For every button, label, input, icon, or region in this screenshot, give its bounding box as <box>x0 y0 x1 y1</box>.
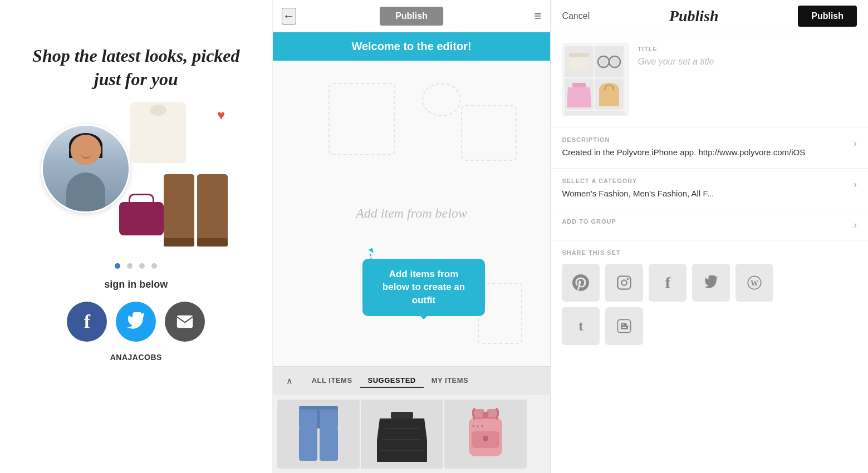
description-chevron-icon: › <box>854 137 857 149</box>
placeholder-shapes <box>273 72 551 366</box>
share-facebook-button[interactable]: f <box>649 264 686 302</box>
item-jeans[interactable] <box>277 400 360 469</box>
share-instagram-button[interactable] <box>605 264 643 302</box>
svg-marker-0 <box>368 248 374 253</box>
heart-icon: ♥ <box>217 107 225 123</box>
hamburger-menu-icon[interactable]: ≡ <box>534 9 542 23</box>
item-backpack[interactable]: ★ ★ ★ <box>444 400 527 469</box>
svg-point-34 <box>627 278 629 280</box>
jeans-icon <box>293 406 344 462</box>
middle-header: ← Publish ≡ <box>273 0 551 32</box>
twitter-share-icon <box>704 275 718 290</box>
twitter-signin-button[interactable] <box>116 302 156 342</box>
category-label: SELECT A CATEGORY <box>562 178 714 184</box>
svg-text:W: W <box>751 279 758 288</box>
group-section[interactable]: ADD TO GROUP › <box>551 209 868 240</box>
publish-title: Publish <box>590 7 798 25</box>
collapse-button[interactable]: ∧ <box>279 371 300 391</box>
thumb-skirt-icon <box>567 81 591 107</box>
svg-rect-20 <box>483 412 488 418</box>
title-section: TITLE Give your set a title <box>637 43 857 67</box>
thumb-item-1 <box>565 46 594 77</box>
back-button[interactable]: ← <box>282 8 296 24</box>
description-value: Created in the Polyvore iPhone app. http… <box>562 146 805 159</box>
dot-3[interactable] <box>139 263 145 269</box>
publish-action-button[interactable]: Publish <box>798 6 857 27</box>
thumb-sunglasses-icon <box>597 53 621 70</box>
items-toolbar: ∧ ALL ITEMS SUGGESTED MY ITEMS <box>273 366 551 395</box>
dot-1[interactable] <box>115 263 120 269</box>
dot-2[interactable] <box>127 263 133 269</box>
blogger-icon <box>616 318 632 334</box>
set-preview-section: TITLE Give your set a title <box>551 32 868 127</box>
tab-my-items[interactable]: MY ITEMS <box>424 374 477 388</box>
svg-rect-10 <box>391 412 413 418</box>
items-grid[interactable]: ★ ★ ★ <box>273 395 551 473</box>
welcome-text: Welcome to the editor! <box>351 40 471 52</box>
middle-panel: ← Publish ≡ Welcome to the editor! Add i… <box>273 0 551 473</box>
category-content: SELECT A CATEGORY Women's Fashion, Men's… <box>562 178 714 200</box>
svg-rect-23 <box>569 53 589 57</box>
thumb-item-3 <box>565 78 594 110</box>
thumb-sweater-icon <box>567 48 591 75</box>
facebook-signin-button[interactable]: f <box>67 302 107 342</box>
shape-accessory <box>422 83 461 116</box>
editor-canvas[interactable]: Add item from below Add items from below… <box>273 61 551 366</box>
skirt-icon <box>377 406 427 462</box>
left-panel: Shop the latest looks, picked just for y… <box>0 0 273 473</box>
tooltip-bubble: Add items from below to create an outfit <box>362 259 485 316</box>
shape-bag <box>461 105 517 161</box>
svg-rect-32 <box>618 276 631 289</box>
sign-in-label: sign in below <box>104 279 168 290</box>
title-label: TITLE <box>637 46 857 52</box>
facebook-icon: f <box>84 311 90 332</box>
facebook-share-icon: f <box>665 274 670 292</box>
sweater-item <box>130 102 186 163</box>
dot-4[interactable] <box>151 263 157 269</box>
boots-item <box>164 174 231 247</box>
instagram-icon <box>616 275 632 290</box>
svg-point-27 <box>600 58 607 66</box>
svg-text:★ ★ ★: ★ ★ ★ <box>472 424 484 428</box>
category-section[interactable]: SELECT A CATEGORY Women's Fashion, Men's… <box>551 169 868 210</box>
svg-point-19 <box>483 436 488 441</box>
share-blogger-button[interactable] <box>605 307 643 345</box>
thumb-item-4 <box>595 78 624 110</box>
email-signin-button[interactable] <box>165 302 205 342</box>
tab-all-items[interactable]: ALL ITEMS <box>304 374 360 388</box>
thumb-item-5 <box>565 111 625 116</box>
group-chevron-icon: › <box>854 219 857 231</box>
title-input[interactable]: Give your set a title <box>637 57 857 67</box>
item-skirt[interactable] <box>361 400 443 469</box>
publish-button-middle[interactable]: Publish <box>380 7 443 26</box>
tagline: Shop the latest looks, picked just for y… <box>0 45 272 91</box>
pagination-dots <box>115 263 157 269</box>
thumb-heels-icon <box>580 113 609 116</box>
twitter-bird-icon <box>126 312 145 331</box>
share-section: SHARE THIS SET f <box>551 240 868 359</box>
share-label: SHARE THIS SET <box>562 249 857 256</box>
group-label: ADD TO GROUP <box>562 218 616 225</box>
cancel-button[interactable]: Cancel <box>562 11 590 21</box>
tab-suggested[interactable]: SUGGESTED <box>360 374 424 388</box>
share-twitter-button[interactable] <box>692 264 730 302</box>
group-content: ADD TO GROUP <box>562 218 616 228</box>
share-pinterest-button[interactable] <box>562 264 600 302</box>
collapse-icon: ∧ <box>286 376 293 386</box>
hero-image-area: ♥ <box>41 102 231 247</box>
description-label: DESCRIPTION <box>562 136 805 143</box>
pinterest-icon <box>572 274 589 291</box>
svg-marker-30 <box>567 87 591 107</box>
share-wordpress-button[interactable]: W <box>735 264 773 302</box>
tooltip-text: Add items from below to create an outfit <box>382 269 465 306</box>
thumb-item-2 <box>595 46 624 77</box>
description-section[interactable]: DESCRIPTION Created in the Polyvore iPho… <box>551 127 868 169</box>
outfit-items: ♥ <box>114 102 231 247</box>
svg-point-28 <box>611 58 619 66</box>
svg-rect-3 <box>317 406 320 428</box>
share-row-2: t <box>562 307 857 345</box>
welcome-banner: Welcome to the editor! <box>273 32 551 61</box>
share-tumblr-button[interactable]: t <box>562 307 600 345</box>
category-value: Women's Fashion, Men's Fashion, All F... <box>562 188 714 200</box>
email-icon <box>175 312 194 331</box>
